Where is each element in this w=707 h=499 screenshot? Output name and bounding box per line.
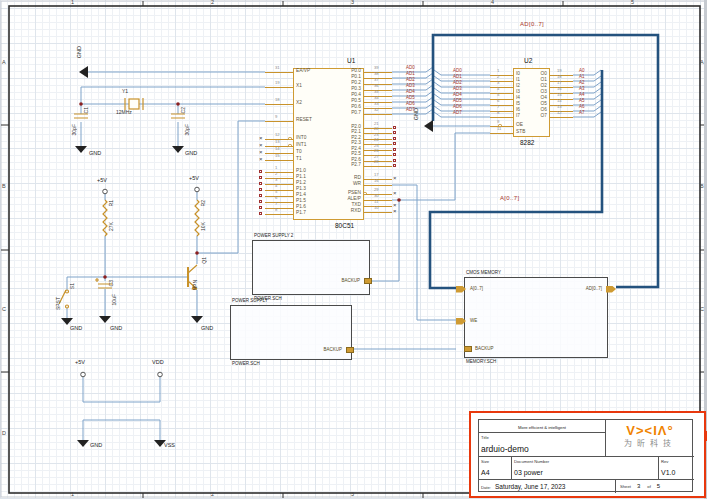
title-cell: Title arduio-demo [479, 433, 606, 457]
logo-cell: V><IΛ° 为昕科技 [606, 420, 694, 457]
block-power-supply-2[interactable]: POWER SUPPLY 2 POWER.SCH BACKUP [252, 240, 370, 295]
port-label-backup: BACKUP [341, 279, 360, 284]
rev-value: V1.0 [661, 469, 694, 476]
block-file: MEMORY.SCH [466, 360, 496, 365]
u2-part: 8282 [520, 140, 534, 147]
port-label-we: WE [470, 319, 477, 324]
size-label: Size [481, 459, 489, 464]
port-label-backup: BACKUP [475, 347, 494, 352]
bus-label-ad: AD[0..7] [520, 21, 544, 27]
u1-part: 80C51 [335, 223, 354, 230]
size-doc-rev-row: Size A4 Document Number 03 power Rev V1.… [479, 457, 694, 480]
block-cmos-memory[interactable]: CMOS MEMORY MEMORY.SCH A[0..7] WE BACKUP… [464, 277, 608, 358]
docnum-cell: Document Number 03 power [512, 457, 659, 480]
vxin-logo: V><IΛ° [606, 424, 694, 437]
date-label: Date: [481, 485, 491, 490]
title-block[interactable]: More efficient & intelligent V><IΛ° 为昕科技… [469, 411, 706, 498]
block-title: CMOS MEMORY [466, 271, 501, 276]
sheet-total: 5 [657, 483, 660, 489]
title-label: Title [481, 435, 489, 440]
tagline: More efficient & intelligent [518, 425, 566, 430]
block-title: POWER SUPPLY [232, 299, 268, 304]
schematic-title: arduio-demo [481, 444, 605, 454]
sheet-label: Sheet [620, 484, 631, 489]
bus-label-a: A[0..7] [500, 195, 519, 201]
date-sheet-row: Date:Saturday, June 17, 2023 Sheet3of5 [479, 480, 694, 493]
docnum-label: Document Number [514, 459, 549, 464]
docnum-value: 03 power [514, 469, 658, 476]
block-title: POWER SUPPLY 2 [254, 234, 293, 239]
block-power-supply[interactable]: POWER SUPPLY POWER.SCH BACKUP [230, 305, 352, 360]
vxin-logo-chinese: 为昕科技 [606, 440, 694, 448]
title-block-table: More efficient & intelligent V><IΛ° 为昕科技… [478, 419, 693, 492]
block-file: POWER.SCH [232, 362, 260, 367]
port-label-a: A[0..7] [470, 287, 483, 292]
date-cell: Date:Saturday, June 17, 2023 [479, 480, 616, 493]
date-value: Saturday, June 17, 2023 [495, 483, 565, 490]
port-label-ad: AD[0..7] [586, 287, 602, 292]
port-backup[interactable] [364, 278, 372, 284]
u2-ref: U2 [524, 58, 532, 65]
port-backup[interactable] [346, 347, 354, 353]
u1-ref: U1 [347, 58, 355, 65]
sheet-cell: Sheet3of5 [616, 480, 694, 493]
power-terminals [81, 187, 200, 377]
port-we[interactable] [456, 318, 466, 325]
rev-cell: Rev V1.0 [659, 457, 694, 480]
tagline-cell: More efficient & intelligent [479, 420, 606, 433]
sheet-number: 3 [637, 483, 640, 489]
port-backup[interactable] [464, 346, 472, 352]
rev-label: Rev [661, 459, 668, 464]
size-value: A4 [481, 469, 511, 476]
schematic-canvas: 12345 12345 ABCD ABCD [0, 0, 707, 499]
port-label-backup: BACKUP [323, 348, 342, 353]
port-a-bus[interactable] [456, 286, 466, 293]
of-label: of [647, 484, 651, 489]
size-cell: Size A4 [479, 457, 512, 480]
